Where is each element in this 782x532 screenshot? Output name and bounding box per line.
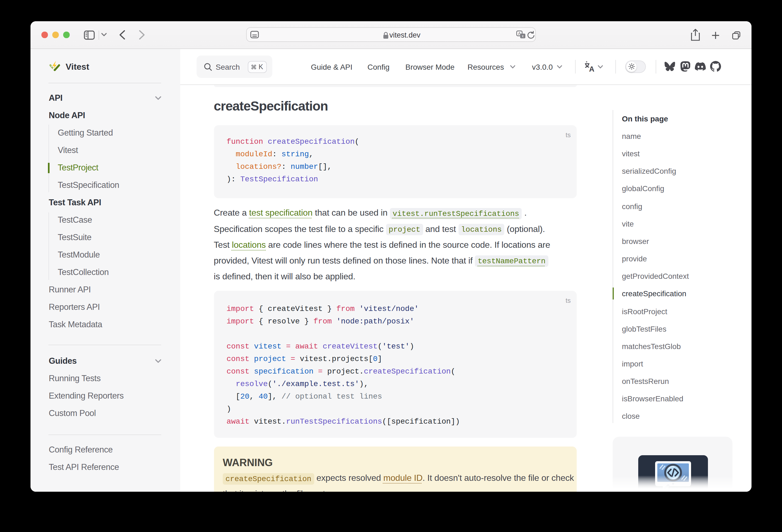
svg-text:x: x xyxy=(522,34,523,38)
svg-text:A: A xyxy=(589,65,594,72)
